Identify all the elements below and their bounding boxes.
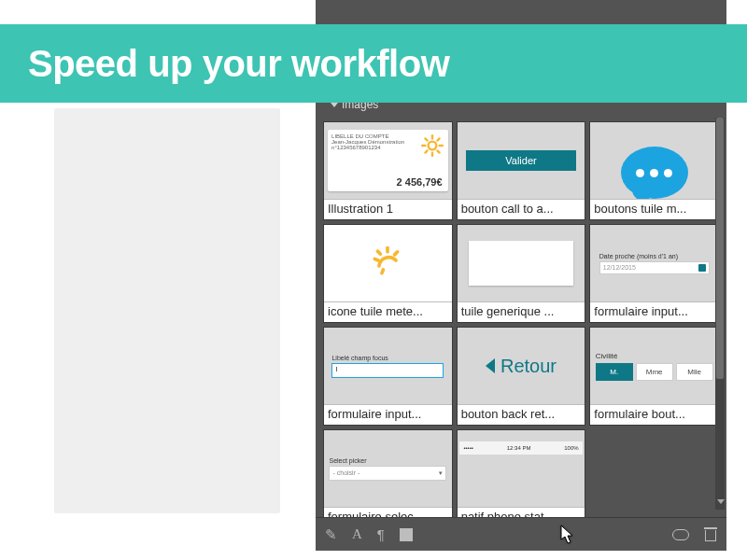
asset-thumbnail: LIBELLE DU COMPTE Jean-Jacques Démonstra… [324,122,452,199]
asset-item[interactable]: icone tuile mete... [323,224,453,323]
svg-line-10 [375,259,379,260]
asset-item[interactable]: tuile generique ... [457,224,586,323]
valider-button-preview: Valider [466,150,576,171]
character-style-icon[interactable]: A [352,526,362,542]
trash-icon[interactable] [704,527,717,541]
asset-item[interactable]: Select picker - choisir - ▾ formulaire s… [323,429,453,517]
eyedropper-icon[interactable]: ✎ [325,526,337,543]
asset-thumbnail: Civilité M. Mme Mlle [590,328,718,404]
asset-thumbnail: Retour [458,328,585,404]
asset-item[interactable]: Valider bouton call to a... [457,121,586,220]
svg-point-0 [428,142,436,150]
date-field-preview: 12/12/2015 [599,261,710,274]
status-battery: 100% [564,445,578,451]
radio-option: Mme [636,363,673,381]
focused-field-preview: I [331,363,444,378]
asset-item[interactable]: LIBELLE DU COMPTE Jean-Jacques Démonstra… [323,121,453,220]
asset-label: formulaire bout... [590,404,718,425]
svg-line-8 [437,139,439,141]
asset-item[interactable]: ••••• 12:34 PM 100% natif phone stat... [457,429,586,517]
radio-option: Mlle [676,363,713,381]
radio-row-preview: M. Mme Mlle [596,363,713,381]
asset-label: boutons tuile m... [590,199,718,219]
canvas-placeholder [54,108,280,513]
asset-thumbnail: Valider [458,122,585,199]
asset-label: bouton call to a... [458,199,585,219]
back-button-preview: Retour [486,356,557,377]
chat-bubble-icon [621,147,688,199]
calendar-icon [698,264,706,272]
asset-label: formulaire input... [324,404,452,425]
svg-line-7 [425,151,427,153]
scrollbar-thumb[interactable] [716,118,724,379]
svg-line-13 [382,270,384,273]
asset-label: icone tuile mete... [324,301,452,322]
status-time: 12:34 PM [507,445,531,451]
statusbar-preview: ••••• 12:34 PM 100% [459,441,582,455]
svg-line-5 [425,139,427,141]
scrollbar[interactable] [715,118,725,510]
asset-label: formulaire selec... [324,507,452,517]
asset-grid: LIBELLE DU COMPTE Jean-Jacques Démonstra… [316,118,726,517]
chevron-left-icon [486,358,495,373]
status-carrier: ••••• [463,445,473,451]
card-amount: 2 456,79€ [397,176,443,188]
field-label: Civilité [596,352,713,360]
asset-thumbnail [590,122,718,199]
sun-partial-icon [371,246,404,280]
asset-label: Illustration 1 [324,199,452,219]
svg-line-6 [437,151,439,153]
svg-line-12 [395,252,398,255]
generic-tile-preview [469,241,573,286]
asset-thumbnail: Libelé champ focus I [324,328,452,404]
asset-label: natif phone stat... [458,507,585,517]
asset-label: bouton back ret... [458,404,585,425]
asset-thumbnail [458,225,585,301]
scroll-down-icon[interactable] [717,499,725,504]
cloud-sync-icon[interactable] [672,529,689,540]
panel-toolbar: ✎ A ¶ [316,517,726,551]
asset-item[interactable]: Civilité M. Mme Mlle formulaire bout... [589,327,719,426]
asset-item[interactable]: Libelé champ focus I formulaire input... [323,327,453,426]
asset-item[interactable]: Retour bouton back ret... [457,327,586,426]
headline-banner: Speed up your workflow [0,24,747,103]
radio-option: M. [596,363,633,381]
asset-item[interactable]: boutons tuile m... [589,121,719,220]
field-value: - choisir - [332,469,359,476]
field-label: Date proche (moins d'1 an) [599,253,710,259]
asset-thumbnail: Select picker - choisir - ▾ [324,430,452,507]
field-value: 12/12/2015 [603,264,636,271]
paragraph-style-icon[interactable]: ¶ [377,526,385,542]
asset-label: tuile generique ... [458,301,585,322]
graphic-icon[interactable] [400,528,413,541]
asset-thumbnail: Date proche (moins d'1 an) 12/12/2015 [590,225,718,301]
asset-item[interactable]: Date proche (moins d'1 an) 12/12/2015 fo… [589,224,719,323]
field-label: Libelé champ focus [331,355,444,361]
asset-label: formulaire input... [590,301,718,322]
asset-thumbnail [324,225,452,301]
headline-text: Speed up your workflow [28,43,449,85]
back-text: Retour [500,356,557,377]
field-label: Select picker [329,457,446,464]
select-field-preview: - choisir - ▾ [329,466,446,481]
svg-line-11 [378,251,381,254]
sun-icon [420,133,444,158]
asset-thumbnail: ••••• 12:34 PM 100% [458,430,585,507]
chevron-down-icon [331,103,338,107]
